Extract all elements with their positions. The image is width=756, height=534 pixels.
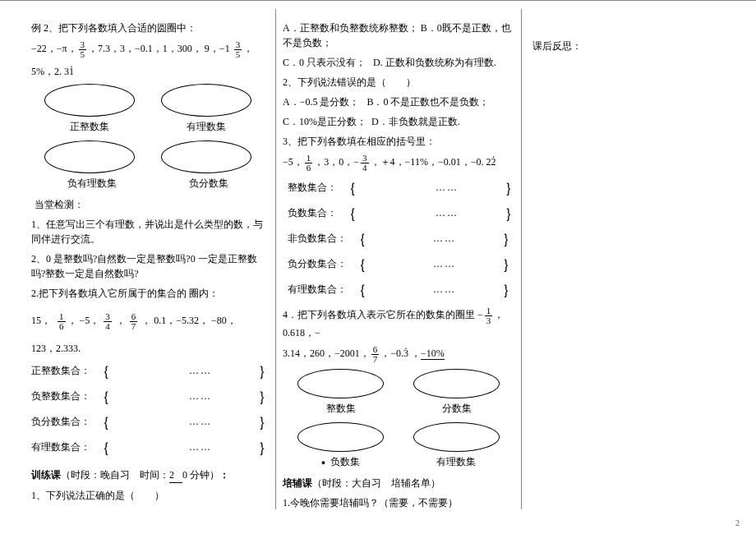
set-neg-frac: 负分数集合：｛……｝ xyxy=(31,412,265,434)
example2-numbers: −22，−π，35，7.3，3，−0.1，1，300， 9，−1 35， xyxy=(31,40,265,59)
q3: 3、把下列各数填在相应的括号里： xyxy=(283,134,514,149)
q2b-numbers: 15， 16， −5， 34 ， 67 ， 0.1，−5.32， −80， xyxy=(31,312,265,331)
q2b: 2.把下列各数填入它所属于的集合的 圈内： xyxy=(31,286,265,301)
set-rat: 有理数集合：｛……｝ xyxy=(283,279,514,302)
example2-numbers-2: 5%，2. 31 xyxy=(31,64,265,79)
set-neg-int: 负整数集合：｛……｝ xyxy=(31,386,265,408)
label-rational: 有理数集 xyxy=(187,120,226,134)
q3-numbers: −5，16，3，0，−34，＋4，−11%，−0.01，−0. 22 xyxy=(283,154,514,173)
oval-row-4 xyxy=(283,422,514,452)
q1: 1、任意写出三个有理数，并说出是什么类型的数，与同伴进行交流。 xyxy=(31,217,265,246)
label-frac: 分数集 xyxy=(442,402,472,416)
xunlian-title: 训练课（时段：晚自习 时间：20 分钟）： xyxy=(31,467,265,483)
set-negfrac: 负分数集合：｛……｝ xyxy=(283,254,514,276)
oval-neg-frac xyxy=(161,140,251,173)
oval-row-2 xyxy=(31,140,265,173)
peifu-title: 培辅课（时段：大自习 培辅名单） xyxy=(283,476,514,490)
page-number: 2 xyxy=(735,518,740,527)
reflect-heading: 课后反思： xyxy=(532,39,725,53)
label-neg-frac: 负分数集 xyxy=(189,177,228,191)
set-neg: 负数集合：｛……｝ xyxy=(283,203,514,225)
label-neg-rational: 负有理数集 xyxy=(67,177,117,191)
opt-line-cd: C．0 只表示没有； D. 正数和负数统称为有理数. xyxy=(283,55,514,70)
oval-rat xyxy=(413,422,500,452)
q4: 4．把下列各数填入表示它所在的数集的圈里 −13，0.618，− xyxy=(283,306,514,340)
oval-frac xyxy=(413,369,500,398)
q2-line-ab: A．−0.5 是分数； B．0 不是正数也不是负数； xyxy=(283,94,514,109)
column-left: 例 2、把下列各数填入合适的圆圈中： −22，−π，35，7.3，3，−0.1，… xyxy=(25,9,271,509)
q4-numbers: 3.14，260，−2001，67，−0.3 ，−10% xyxy=(283,345,514,364)
q2-line-cd: C．10%是正分数； D．非负数就是正数. xyxy=(283,114,514,129)
label-int: 整数集 xyxy=(326,402,356,416)
oval-neg-rational xyxy=(44,140,135,173)
column-middle: A．正整数和负整数统称整数； B．0既不是正数，也不是负数； C．0 只表示没有… xyxy=(275,9,522,509)
q2a: 2、0 是整数吗?自然数一定是整数吗?0 一定是正整数吗?整数一定是自然数吗? xyxy=(31,251,265,281)
oval-int xyxy=(297,369,384,398)
opt-line-ab: A．正整数和负整数统称整数； B．0既不是正数，也不是负数； xyxy=(283,21,514,50)
q2b-numbers-2: 123，2.333. xyxy=(31,341,265,356)
oval-rational xyxy=(161,84,251,117)
oval-pos-int xyxy=(44,84,135,117)
dangtang-heading: 当堂检测： xyxy=(31,197,265,212)
set-int: 整数集合：｛……｝ xyxy=(283,177,514,200)
oval-row-1 xyxy=(31,84,265,117)
set-rational: 有理数集合：｛……｝ xyxy=(31,437,265,459)
oval-row-3 xyxy=(283,369,514,398)
example2-title: 例 2、把下列各数填入合适的圆圈中： xyxy=(31,21,265,35)
label-pos-int: 正整数集 xyxy=(70,120,109,134)
xq1: 1、下列说法正确的是（ ） xyxy=(31,488,265,503)
label-neg: ● 负数集 xyxy=(321,455,360,469)
column-right: 课后反思： xyxy=(526,9,731,509)
peifu-q1: 1.今晚你需要培辅吗？（需要，不需要） xyxy=(283,495,514,509)
set-nonneg: 非负数集合：｛……｝ xyxy=(283,228,514,251)
label-rat: 有理数集 xyxy=(436,455,476,469)
oval-neg xyxy=(297,422,384,452)
set-pos-int: 正整数集合：｛……｝ xyxy=(31,361,265,383)
q2: 2、下列说法错误的是（ ） xyxy=(283,75,514,90)
